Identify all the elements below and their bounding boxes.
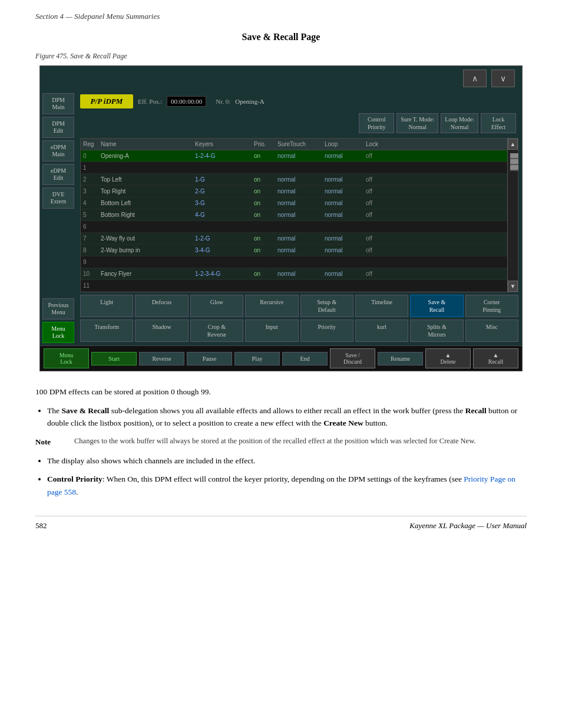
- action-btn-delete[interactable]: ▲Delete: [425, 348, 471, 368]
- td-reg: 11: [81, 282, 98, 289]
- table-row[interactable]: 8 2-Way bump in 3-4-G on normal normal o…: [81, 245, 518, 256]
- sub-nav-btn-input[interactable]: Input: [245, 319, 298, 342]
- td-loop: [322, 167, 363, 169]
- scroll-down-button[interactable]: ▼: [508, 281, 518, 292]
- table-row[interactable]: 7 2-Way fly out 1-2-G on normal normal o…: [81, 233, 518, 245]
- left-sidebar: DPMMain DPMEdit eDPMMain eDPMEdit DVEExt…: [40, 91, 77, 345]
- page-title: Save & Recall Page: [35, 32, 527, 42]
- sub-nav-btn-crop-reverse[interactable]: Crop &Reverse: [190, 319, 243, 342]
- td-keyers: 1-2-3-4-G: [193, 270, 252, 278]
- scroll-track: [508, 150, 518, 281]
- scroll-up-button[interactable]: ▲: [508, 139, 518, 150]
- sidebar-btn-dpm-main[interactable]: DPMMain: [42, 93, 74, 114]
- note-block: Note Changes to the work buffer will alw…: [35, 436, 527, 449]
- td-sure: normal: [275, 152, 322, 160]
- td-loop: normal: [322, 235, 363, 242]
- sub-nav-btn-save-recall[interactable]: Save &Recall: [410, 295, 463, 317]
- bullet-item-1: The Save & Recall sub-delegation shows y…: [47, 404, 527, 430]
- action-btn-save-discard[interactable]: Save /Discard: [330, 348, 375, 368]
- table-row[interactable]: 11: [81, 280, 518, 292]
- bold-create-new: Create New: [323, 419, 363, 427]
- sub-nav-btn-corner-pinning[interactable]: CornerPinning: [465, 295, 518, 317]
- td-name: [98, 226, 193, 228]
- sub-nav-btn-splits-mirrors[interactable]: Splits &Mirrors: [410, 319, 463, 342]
- table-row[interactable]: 10 Fancy Flyer 1-2-3-4-G on normal norma…: [81, 268, 518, 280]
- td-loop: normal: [322, 187, 363, 195]
- td-sure: normal: [275, 246, 322, 254]
- mode-btn-loop-mode[interactable]: Loop Mode:Normal: [441, 113, 478, 133]
- nav-down-button[interactable]: ∨: [491, 70, 515, 87]
- td-name: Fancy Flyer: [98, 270, 193, 278]
- table-scrollbar[interactable]: ▲ ▼: [507, 139, 518, 292]
- table-row[interactable]: 5 Bottom Right 4-G on normal normal off: [81, 209, 518, 221]
- td-loop: normal: [322, 199, 363, 207]
- sidebar-btn-menu-lock[interactable]: MenuLock: [42, 322, 74, 343]
- mode-btn-sure-touch[interactable]: Sure T. Mode:Normal: [396, 113, 438, 133]
- mode-btn-control-priority[interactable]: ControlPriority: [359, 113, 394, 133]
- sub-nav-btn-light[interactable]: Light: [80, 295, 133, 317]
- th-sure: SureTouch: [275, 140, 322, 149]
- priority-page-link[interactable]: Priority Page on page 558: [47, 475, 515, 496]
- action-btn-start[interactable]: Start: [91, 352, 137, 365]
- sidebar-btn-previous-menu[interactable]: PreviousMenu: [42, 298, 74, 319]
- action-btn-rename[interactable]: Rename: [378, 352, 423, 365]
- td-name: [98, 167, 193, 169]
- sidebar-btn-dpm-edit[interactable]: DPMEdit: [42, 117, 74, 138]
- scroll-thumb: [510, 153, 518, 171]
- right-panel: P/P iDPM Eff. Pos.: 00:00:00:00 Nr. 0: O…: [77, 91, 522, 345]
- sidebar-btn-dve-extern[interactable]: DVEExtern: [42, 187, 74, 209]
- td-sure: normal: [275, 270, 322, 278]
- td-lock: off: [363, 199, 387, 207]
- sidebar-btn-edpm-main[interactable]: eDPMMain: [42, 140, 74, 162]
- td-sure: normal: [275, 187, 322, 195]
- sub-nav-btn-recursive[interactable]: Recursive: [245, 295, 298, 317]
- action-btn-recall[interactable]: ▲Recall: [473, 348, 518, 368]
- sidebar-btn-edpm-edit[interactable]: eDPMEdit: [42, 164, 74, 185]
- note-label: Note: [35, 436, 65, 449]
- td-sure: normal: [275, 211, 322, 219]
- td-lock: off: [363, 270, 387, 278]
- bullet-item-2: The display also shows which channels ar…: [47, 454, 527, 467]
- table-row[interactable]: 1: [81, 162, 518, 174]
- sub-nav-btn-glow[interactable]: Glow: [190, 295, 243, 317]
- action-btn-play[interactable]: Play: [234, 352, 280, 365]
- td-name: Top Right: [98, 187, 193, 195]
- td-loop: normal: [322, 270, 363, 278]
- sub-nav-btn-shadow[interactable]: Shadow: [135, 319, 188, 342]
- th-loop: Loop: [322, 140, 363, 149]
- td-name: Bottom Left: [98, 199, 193, 207]
- table-row[interactable]: 6: [81, 221, 518, 233]
- sub-nav-btn-defocus[interactable]: Defocus: [135, 295, 188, 317]
- th-name: Name: [98, 140, 193, 149]
- td-name: [98, 285, 193, 286]
- td-name: Opening-A: [98, 152, 193, 160]
- info-row: P/P iDPM Eff. Pos.: 00:00:00:00 Nr. 0: O…: [80, 94, 518, 108]
- action-btn-end[interactable]: End: [282, 352, 328, 365]
- table-row[interactable]: 9: [81, 256, 518, 268]
- nav-up-button[interactable]: ∧: [463, 70, 487, 87]
- sub-nav-btn-transform[interactable]: Transform: [80, 319, 133, 342]
- td-loop: normal: [322, 176, 363, 183]
- td-lock: off: [363, 246, 387, 254]
- td-sure: normal: [275, 176, 322, 183]
- sub-nav-btn-kurl[interactable]: kurl: [355, 319, 408, 342]
- table-row[interactable]: 2 Top Left 1-G on normal normal off: [81, 174, 518, 186]
- td-prio: on: [252, 211, 275, 219]
- sub-nav-btn-setup-default[interactable]: Setup &Default: [300, 295, 353, 317]
- bold-save-recall: Save & Recall: [61, 406, 109, 415]
- td-name: 2-Way bump in: [98, 246, 193, 254]
- sub-nav-btn-priority[interactable]: Priority: [300, 319, 353, 342]
- table-row[interactable]: 3 Top Right 2-G on normal normal off: [81, 186, 518, 197]
- action-btn-pause[interactable]: Pause: [187, 352, 232, 365]
- table-row[interactable]: 0 Opening-A 1-2-4-G on normal normal off: [81, 150, 518, 162]
- table-row[interactable]: 4 Bottom Left 3-G on normal normal off: [81, 197, 518, 209]
- bold-recall: Recall: [465, 406, 487, 415]
- action-btn-menu-lock[interactable]: MenuLock: [44, 348, 89, 368]
- sub-nav-btn-timeline[interactable]: Timeline: [355, 295, 408, 317]
- td-reg: 4: [81, 199, 98, 207]
- action-btn-reverse[interactable]: Reverse: [139, 352, 184, 365]
- sub-nav-row2: Transform Shadow Crop &Reverse Input Pri…: [80, 319, 518, 342]
- page-footer: 582 Kayenne XL Package — User Manual: [35, 516, 527, 531]
- mode-btn-lock-effect[interactable]: LockEffect: [481, 113, 516, 133]
- sub-nav-btn-misc[interactable]: Misc: [465, 319, 518, 342]
